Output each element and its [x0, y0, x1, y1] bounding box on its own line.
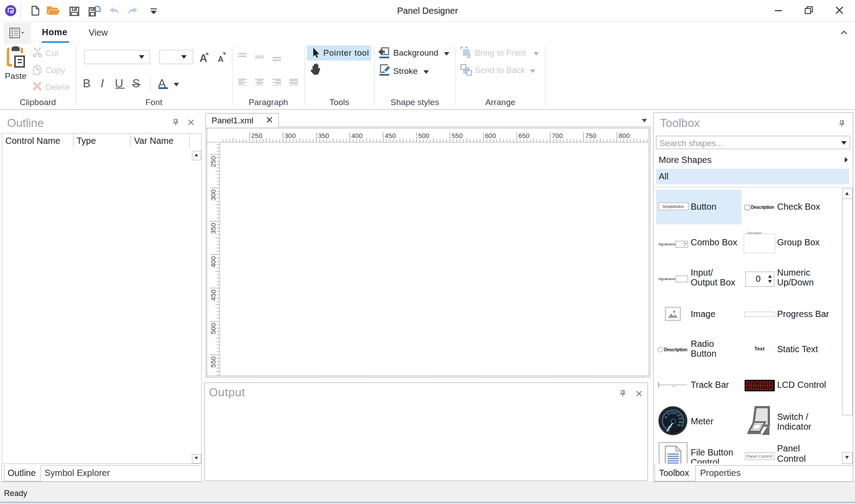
svg-text:750: 750 [585, 132, 596, 139]
svg-text:90: 90 [667, 413, 670, 415]
svg-text:142: 142 [678, 417, 682, 420]
svg-text:300: 300 [209, 190, 217, 201]
svg-text:80: 80 [665, 416, 668, 419]
svg-text:600: 600 [485, 132, 496, 139]
svg-text:350: 350 [209, 223, 217, 234]
svg-text:800: 800 [619, 132, 630, 139]
svg-text:350: 350 [318, 132, 329, 139]
svg-text:400: 400 [209, 256, 217, 268]
svg-text:500: 500 [418, 132, 429, 139]
svg-text:650: 650 [518, 132, 529, 139]
svg-text:700: 700 [552, 132, 563, 139]
svg-text:500: 500 [209, 323, 217, 334]
svg-text:100: 100 [670, 411, 674, 414]
svg-text:250: 250 [251, 132, 262, 139]
svg-text:158: 158 [677, 424, 681, 427]
svg-text:133: 133 [676, 414, 680, 417]
svg-text:550: 550 [452, 132, 463, 139]
svg-text:450: 450 [209, 290, 217, 301]
svg-text:550: 550 [209, 357, 217, 368]
svg-text:300: 300 [285, 132, 296, 139]
svg-text:400: 400 [351, 132, 362, 139]
svg-text:250: 250 [209, 156, 217, 167]
svg-text:450: 450 [385, 132, 396, 139]
svg-text:150: 150 [678, 421, 682, 423]
